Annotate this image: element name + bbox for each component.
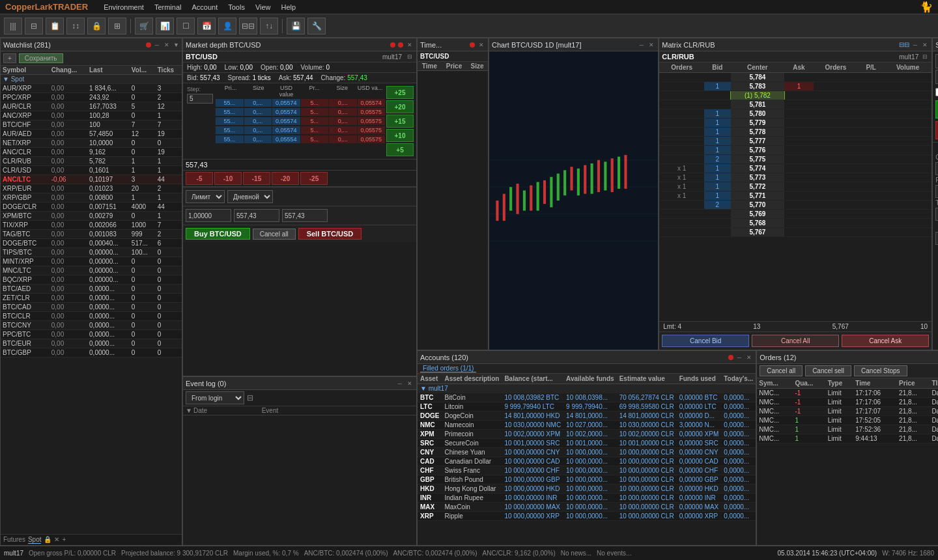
depth-plus-10[interactable]: +10 xyxy=(386,129,414,142)
matrix-row[interactable]: 25,775 xyxy=(659,155,931,164)
toolbar-btn-9[interactable]: ☐ xyxy=(177,18,195,35)
depth-price-input[interactable] xyxy=(234,209,279,222)
accounts-minimize[interactable]: ─ xyxy=(736,354,743,361)
watchlist-row[interactable]: MNC/LTC0,000,00000...00 xyxy=(1,266,182,275)
watchlist-row[interactable]: BTC/CLR0,000,0000...00 xyxy=(1,312,182,321)
watchlist-lock-icon[interactable]: 🔒 xyxy=(44,536,51,544)
accounts-row[interactable]: CHFSwiss Franc10 000,00000 CHF10 000,000… xyxy=(418,466,756,475)
depth-close[interactable]: ✕ xyxy=(406,42,414,48)
depth-plus-20[interactable]: +20 xyxy=(386,100,414,113)
watchlist-row[interactable]: XRP/GBP0,000,0080011 xyxy=(1,193,182,203)
orders-cancel-stops-btn[interactable]: Cancel Stops xyxy=(854,365,907,376)
toolbar-btn-10[interactable]: 📅 xyxy=(197,18,216,35)
depth-step-input[interactable] xyxy=(187,94,213,104)
watchlist-table-container[interactable]: Symbol Chang... Last Vol... Ticks ▼ Spot… xyxy=(1,66,182,534)
accounts-row[interactable]: GBPBritish Pound10 000,00000 GBP10 000,0… xyxy=(418,475,756,484)
accounts-row[interactable]: CNYChinese Yuan10 000,00000 CNY10 000,00… xyxy=(418,448,756,457)
watchlist-close[interactable]: ✕ xyxy=(163,42,171,48)
watchlist-row[interactable]: BTC/CAD0,000,0000...00 xyxy=(1,303,182,312)
watchlist-save-btn[interactable]: Сохранить xyxy=(19,53,63,63)
wl-col-last[interactable]: Last xyxy=(87,66,130,75)
orders-table-container[interactable]: Sym...Qua...TypeTimePriceTIFStatus NMC..… xyxy=(757,378,938,545)
matrix-row[interactable]: x 115,772 xyxy=(659,182,931,191)
toolbar-btn-14[interactable]: 💾 xyxy=(287,18,305,35)
watchlist-row[interactable]: XPM/BTC0,000,0027901 xyxy=(1,212,182,221)
matrix-row[interactable]: (1) 5,782 xyxy=(659,91,931,100)
accounts-close[interactable]: ✕ xyxy=(745,354,753,361)
watchlist-row[interactable]: ANC/LTC-0,060,10197344 xyxy=(1,175,182,184)
depth-plus-15[interactable]: +15 xyxy=(386,115,414,128)
depth-minus-15[interactable]: -15 xyxy=(243,172,270,185)
watchlist-row[interactable]: NET/XRP0,0010,000000 xyxy=(1,139,182,148)
watchlist-row[interactable]: AUR/XRP0,001 834,6...03 xyxy=(1,84,182,93)
matrix-col-orders-bid[interactable]: Orders xyxy=(659,63,704,73)
time-col-size[interactable]: Size xyxy=(466,62,488,71)
accounts-row[interactable]: NMCNamecoin10 030,00000 NMC10 027,0000..… xyxy=(418,421,756,430)
depth-sell-btn[interactable]: Sell BTC/USD xyxy=(298,228,362,240)
accounts-table-container[interactable]: AssetAsset descriptionBalance (start...A… xyxy=(418,374,756,545)
toolbar-btn-12[interactable]: ⊟⊟ xyxy=(239,18,257,35)
scalper-one-click-checkbox[interactable] xyxy=(935,88,938,96)
watchlist-row[interactable]: ANC/CLR0,009,162019 xyxy=(1,148,182,157)
watchlist-row[interactable]: TIPS/BTC0,000,00000...100...0 xyxy=(1,248,182,257)
matrix-row[interactable]: 15,777 xyxy=(659,137,931,146)
watchlist-minimize[interactable]: ─ xyxy=(154,42,160,48)
matrix-row[interactable]: 5,769 xyxy=(659,210,931,219)
watchlist-row[interactable]: PPC/BTC0,000,0000...00 xyxy=(1,330,182,339)
orders-row[interactable]: NMC...-1Limit17:17:0621,8...Day▲Created xyxy=(757,389,938,398)
scalper-qty1-input[interactable] xyxy=(935,54,938,68)
matrix-col-vol[interactable]: Volume xyxy=(884,63,931,73)
matrix-cancel-bid-btn[interactable]: Cancel Bid xyxy=(662,335,749,347)
watchlist-row[interactable]: MINT/XRP0,000,00000...00 xyxy=(1,257,182,266)
watchlist-tab-futures[interactable]: Futures xyxy=(3,536,25,544)
wl-col-symbol[interactable]: Symbol xyxy=(1,66,50,75)
scalper-qty2-input[interactable] xyxy=(935,70,938,84)
matrix-row[interactable]: x 115,774 xyxy=(659,164,931,173)
chart-close[interactable]: ✕ xyxy=(647,42,655,48)
watchlist-row[interactable]: BTC/AED0,000,0000...00 xyxy=(1,285,182,294)
watchlist-row[interactable]: BQC/XRP0,000,00000...00 xyxy=(1,275,182,285)
matrix-row[interactable]: 15,776 xyxy=(659,146,931,155)
matrix-col-pl[interactable]: P/L xyxy=(858,63,884,73)
depth-cancel-btn[interactable]: Cancel all xyxy=(253,229,296,240)
matrix-col-orders-ask[interactable]: Orders xyxy=(814,63,859,73)
orders-row[interactable]: NMC...1Limit9:44:1321,8...Day▲Created xyxy=(757,434,938,443)
watchlist-row[interactable]: AUR/CLR0,00167,7033512 xyxy=(1,102,182,111)
accounts-row[interactable]: SRCSecureCoin10 001,00000 SRC10 001,0000… xyxy=(418,439,756,448)
matrix-close[interactable]: ✕ xyxy=(921,42,929,48)
orders-row[interactable]: NMC...-1Limit17:17:0721,8...Day▲Created xyxy=(757,407,938,416)
scalper-buy-market-btn[interactable]: Buy Market xyxy=(935,100,938,119)
toolbar-btn-4[interactable]: ↕↕ xyxy=(66,18,85,35)
chart-minimize[interactable]: ─ xyxy=(638,42,645,48)
watchlist-row[interactable]: TAG/BTC0,000,0010839992 xyxy=(1,230,182,239)
depth-tif[interactable]: Дневной xyxy=(227,190,273,203)
watchlist-row[interactable]: XRP/EUR0,000,01023202 xyxy=(1,184,182,193)
menu-view[interactable]: View xyxy=(255,3,271,11)
matrix-row[interactable]: 15,779 xyxy=(659,119,931,128)
orders-row[interactable]: NMC...1Limit17:52:3621,8...Day▲Created xyxy=(757,425,938,434)
matrix-table-container[interactable]: Orders Bid Center Ask Orders P/L Volume … xyxy=(659,63,931,321)
depth-order-type[interactable]: Лимит xyxy=(186,190,225,203)
depth-buy-btn[interactable]: Buy BTC/USD xyxy=(186,228,250,240)
watchlist-tab-spot[interactable]: Spot xyxy=(28,536,42,544)
eventlog-col-date[interactable]: ▼ Date xyxy=(186,407,262,414)
orders-row[interactable]: NMC...-1Limit17:17:0621,8...Day▲Created xyxy=(757,398,938,407)
time-col-price[interactable]: Price xyxy=(442,62,466,71)
toolbar-btn-5[interactable]: 🔒 xyxy=(87,18,106,35)
depth-plus-25[interactable]: +25 xyxy=(386,86,414,99)
watchlist-row[interactable]: DOGE/BTC0,000,00040...517...6 xyxy=(1,239,182,248)
toolbar-btn-1[interactable]: ||| xyxy=(4,18,22,35)
depth-qty-input[interactable] xyxy=(186,209,231,222)
orders-cancel-all-btn[interactable]: Cancel all xyxy=(760,365,803,376)
time-close[interactable]: ✕ xyxy=(477,42,485,48)
menu-environment[interactable]: Environment xyxy=(104,3,144,11)
watchlist-row[interactable]: PPC/XRP0,00243,9202 xyxy=(1,93,182,102)
depth-plus-5[interactable]: +5 xyxy=(386,143,414,156)
accounts-row[interactable]: CADCanadian Dollar10 000,00000 CAD10 000… xyxy=(418,457,756,466)
matrix-settings[interactable]: ⊟ xyxy=(921,53,929,60)
matrix-row[interactable]: 5,781 xyxy=(659,100,931,109)
depth-row[interactable]: 55...0,...0,055745...0,...0,05574 xyxy=(216,98,385,107)
matrix-row[interactable]: 15,7831 xyxy=(659,82,931,91)
watchlist-row[interactable]: TIX/XRP0,000,00206610007 xyxy=(1,221,182,230)
matrix-cancel-all-btn[interactable]: Cancel All xyxy=(752,335,839,347)
